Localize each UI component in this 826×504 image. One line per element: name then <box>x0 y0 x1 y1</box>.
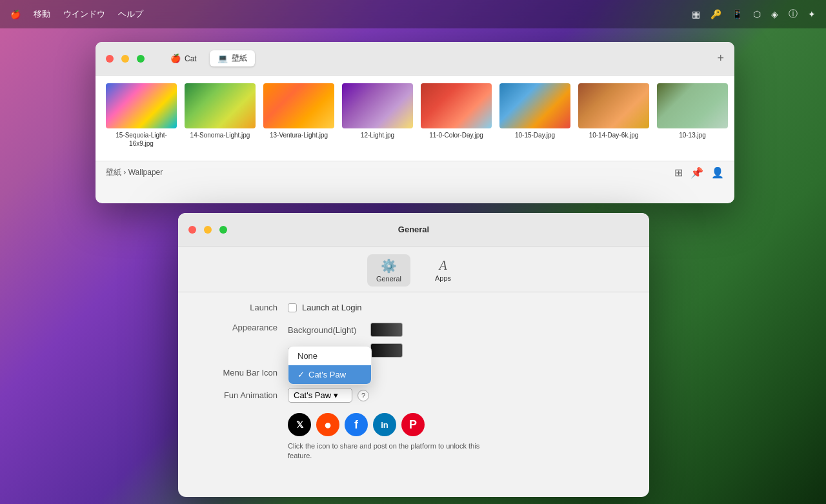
image-label-2: 14-Sonoma-Light.jpg <box>190 131 250 139</box>
social-icons-row: 𝕏 ● f in P <box>288 413 634 436</box>
launch-label: Launch <box>194 303 277 312</box>
finder-toolbar: 🍎 Cat 💻 壁紙 + <box>96 42 734 76</box>
settings-toolbar: General <box>178 213 649 247</box>
breadcrumb-actions: ⊞ 📌 👤 <box>674 166 724 179</box>
appearance-label: Appearance <box>194 323 277 332</box>
menu-help[interactable]: ヘルプ <box>118 8 143 20</box>
share-description: Click the icon to share and post on the … <box>288 441 481 461</box>
finder-tab-wallpaper[interactable]: 💻 壁紙 <box>210 50 255 66</box>
fun-animation-dropdown-button[interactable]: Cat's Paw ▾ <box>288 388 352 403</box>
phone-icon[interactable]: 📱 <box>732 9 743 19</box>
image-label-6: 10-15-Day.jpg <box>515 131 555 139</box>
apps-icon: A <box>439 258 447 273</box>
tab-general[interactable]: ⚙️ General <box>367 254 410 287</box>
menu-move[interactable]: 移動 <box>34 8 50 20</box>
settings-tabs: ⚙️ General A Apps <box>178 247 649 292</box>
image-label-3: 13-Ventura-Light.jpg <box>270 131 328 139</box>
appearance-light-label: Background(Light) <box>288 325 356 335</box>
new-tab-button[interactable]: + <box>717 52 724 65</box>
person-icon[interactable]: 👤 <box>711 166 724 179</box>
list-item[interactable]: 10-13.jpg <box>657 83 728 148</box>
finder-tab-cat-label: Cat <box>185 54 197 63</box>
finder-tabs: 🍎 Cat 💻 壁紙 <box>163 50 255 66</box>
image-label-7: 10-14-Day-6k.jpg <box>589 131 639 139</box>
checkmark-icon: ✓ <box>297 370 305 379</box>
dropdown-option-catspaw[interactable]: ✓ Cat's Paw <box>288 365 371 384</box>
image-label-8: 10-13.jpg <box>679 131 706 139</box>
image-thumb-4 <box>342 83 413 128</box>
list-item[interactable]: 11-0-Color-Day.jpg <box>421 83 492 148</box>
creative-cloud-icon[interactable]: ⬡ <box>753 9 761 19</box>
menu-bar-right: ▦ 🔑 📱 ⬡ ◈ ⓘ ✦ <box>692 8 816 20</box>
tab-general-label: General <box>376 275 401 283</box>
finder-images: 15-Sequoia-Light-16x9.jpg 14-Sonoma-Ligh… <box>106 83 724 153</box>
finder-breadcrumb: 壁紙 › Wallpaper ⊞ 📌 👤 <box>96 161 734 184</box>
dropdown-value: Cat's Paw <box>294 390 331 400</box>
list-item[interactable]: 13-Ventura-Light.jpg <box>263 83 334 148</box>
list-item[interactable]: 10-15-Day.jpg <box>499 83 570 148</box>
menu-bar-icon-row: Menu Bar Icon ✓ Show <box>194 368 634 378</box>
settings-minimize-button[interactable] <box>204 226 212 234</box>
launch-control: Launch at Login <box>288 303 362 312</box>
launch-row: Launch Launch at Login <box>194 303 634 312</box>
pin-icon[interactable]: 📌 <box>690 166 703 179</box>
list-item[interactable]: 10-14-Day-6k.jpg <box>578 83 649 148</box>
image-label-1: 15-Sequoia-Light-16x9.jpg <box>106 131 177 148</box>
appearance-light-row: Background(Light) <box>288 323 403 337</box>
gear-icon: ⚙️ <box>381 258 397 274</box>
menu-bar-left: 🍎 移動 ウインドウ ヘルプ <box>10 8 143 20</box>
dropdown-option-catspaw-label: Cat's Paw <box>308 370 346 379</box>
apple-tab-icon: 🍎 <box>170 54 181 63</box>
share-linkedin-button[interactable]: in <box>373 413 396 436</box>
close-button[interactable] <box>106 55 114 63</box>
settings-close-button[interactable] <box>188 226 196 234</box>
settings-content: Launch Launch at Login Appearance Backgr… <box>178 292 649 472</box>
share-x-button[interactable]: 𝕏 <box>288 413 311 436</box>
appearance-dark-swatch[interactable] <box>370 343 403 358</box>
menu-window[interactable]: ウインドウ <box>63 8 105 20</box>
bluetooth-icon[interactable]: ✦ <box>808 9 816 19</box>
breadcrumb-text: 壁紙 › Wallpaper <box>106 167 163 178</box>
finder-tab-cat[interactable]: 🍎 Cat <box>163 51 205 66</box>
fun-animation-label: Fun Animation <box>194 390 277 400</box>
maximize-button[interactable] <box>137 55 145 63</box>
menu-bar-icon-label: Menu Bar Icon <box>194 368 277 378</box>
settings-window: General ⚙️ General A Apps Launch Launch … <box>178 213 649 497</box>
settings-maximize-button[interactable] <box>219 226 227 234</box>
tab-apps[interactable]: A Apps <box>426 254 460 287</box>
list-item[interactable]: 14-Sonoma-Light.jpg <box>185 83 256 148</box>
layers-icon[interactable]: ◈ <box>771 9 778 19</box>
fun-animation-dropdown-wrapper: None ✓ Cat's Paw Cat's Paw ▾ <box>288 388 352 403</box>
settings-window-title: General <box>398 225 429 234</box>
appearance-row: Appearance Background(Light) Background(… <box>194 323 634 358</box>
share-reddit-button[interactable]: ● <box>316 413 339 436</box>
share-facebook-button[interactable]: f <box>345 413 368 436</box>
minimize-button[interactable] <box>121 55 129 63</box>
grid-view-icon[interactable]: ⊞ <box>674 166 683 179</box>
image-thumb-3 <box>263 83 334 128</box>
breadcrumb: 壁紙 › Wallpaper <box>106 167 163 178</box>
image-label-4: 12-Light.jpg <box>361 131 394 139</box>
laptop-tab-icon: 💻 <box>217 54 228 63</box>
info-icon[interactable]: ⓘ <box>789 8 798 20</box>
fun-animation-dropdown-menu: None ✓ Cat's Paw <box>288 346 372 385</box>
list-item[interactable]: 15-Sequoia-Light-16x9.jpg <box>106 83 177 148</box>
image-thumb-6 <box>499 83 570 128</box>
launch-text: Launch at Login <box>302 303 362 312</box>
apple-menu[interactable]: 🍎 <box>10 10 21 19</box>
dropdown-option-none[interactable]: None <box>288 347 371 365</box>
chevron-down-icon: ▾ <box>334 390 338 400</box>
finder-content: 15-Sequoia-Light-16x9.jpg 14-Sonoma-Ligh… <box>96 76 734 161</box>
calendar-icon[interactable]: ▦ <box>692 9 700 19</box>
appearance-light-swatch[interactable] <box>370 323 403 337</box>
help-button[interactable]: ? <box>358 390 369 401</box>
share-pinterest-button[interactable]: P <box>401 413 425 436</box>
image-thumb-2 <box>185 83 256 128</box>
launch-checkbox[interactable] <box>288 303 297 312</box>
image-thumb-1 <box>106 83 177 128</box>
password-icon[interactable]: 🔑 <box>710 9 721 19</box>
image-label-5: 11-0-Color-Day.jpg <box>429 131 483 139</box>
menu-bar: 🍎 移動 ウインドウ ヘルプ ▦ 🔑 📱 ⬡ ◈ ⓘ ✦ <box>0 0 826 28</box>
list-item[interactable]: 12-Light.jpg <box>342 83 413 148</box>
fun-animation-row: Fun Animation None ✓ Cat's Paw Cat's Paw… <box>194 388 634 403</box>
